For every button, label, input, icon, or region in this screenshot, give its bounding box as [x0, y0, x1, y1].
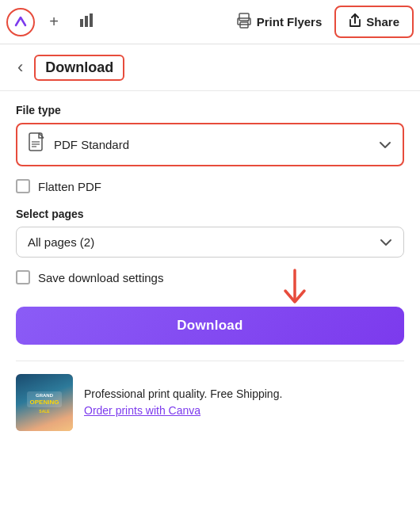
- promo-section: GRAND OPENING SALE Professional print qu…: [16, 371, 404, 434]
- download-panel: ‹ Download File type P: [0, 44, 420, 447]
- promo-thumbnail: GRAND OPENING SALE: [16, 374, 73, 431]
- logo-icon: [6, 8, 35, 36]
- svg-rect-1: [85, 16, 88, 27]
- file-type-label: File type: [16, 104, 404, 116]
- add-icon: +: [49, 13, 59, 31]
- flyer-opening-text: OPENING: [30, 399, 59, 406]
- share-label: Share: [366, 15, 399, 29]
- download-area: Download: [16, 307, 404, 345]
- print-flyers-label: Print Flyers: [257, 15, 323, 29]
- promo-description: Professional print quality. Free Shippin…: [84, 387, 404, 400]
- pages-chevron-icon: [380, 235, 392, 249]
- svg-rect-2: [90, 13, 93, 27]
- logo-button[interactable]: [6, 8, 35, 36]
- save-settings-checkbox[interactable]: [16, 270, 30, 284]
- chart-icon: [79, 13, 95, 31]
- save-settings-row: Save download settings: [16, 270, 404, 284]
- pages-select-value: All pages (2): [28, 235, 94, 249]
- pdf-icon: [29, 132, 46, 157]
- promo-text: Professional print quality. Free Shippin…: [84, 387, 404, 418]
- chart-button[interactable]: [73, 8, 101, 36]
- select-pages-label: Select pages: [16, 208, 404, 220]
- svg-point-6: [247, 21, 249, 22]
- back-button[interactable]: ‹: [13, 54, 28, 81]
- topbar-left: +: [6, 8, 223, 36]
- flatten-pdf-row: Flatten PDF: [16, 179, 404, 193]
- promo-order-link[interactable]: Order prints with Canva: [84, 404, 200, 417]
- print-flyers-icon: [236, 13, 252, 31]
- share-icon: [349, 13, 361, 30]
- save-settings-label: Save download settings: [38, 271, 163, 284]
- download-title: Download: [34, 55, 124, 81]
- flatten-pdf-label: Flatten PDF: [38, 180, 101, 193]
- panel-body: File type PDF Standard: [0, 91, 420, 447]
- add-button[interactable]: +: [40, 8, 68, 36]
- flyer-grand-text: GRAND: [30, 393, 59, 399]
- share-button[interactable]: Share: [334, 6, 414, 38]
- pages-dropdown[interactable]: All pages (2): [16, 227, 404, 258]
- file-type-value: PDF Standard: [54, 138, 129, 151]
- flyer-mini-preview: GRAND OPENING SALE: [16, 374, 73, 431]
- file-type-dropdown[interactable]: PDF Standard: [16, 123, 404, 166]
- print-flyers-button[interactable]: Print Flyers: [227, 8, 332, 36]
- topbar: + Print Flyers: [0, 0, 420, 44]
- flyer-subtitle: SALE: [39, 409, 49, 414]
- file-type-chevron-icon: [379, 138, 391, 152]
- panel-header: ‹ Download: [0, 44, 420, 91]
- svg-rect-0: [80, 19, 83, 27]
- download-button[interactable]: Download: [16, 307, 404, 345]
- flatten-pdf-checkbox[interactable]: [16, 179, 30, 193]
- file-type-select-inner: PDF Standard: [29, 132, 371, 157]
- svg-rect-3: [239, 13, 249, 21]
- back-icon: ‹: [17, 57, 23, 78]
- separator: [16, 361, 404, 361]
- arrow-down-icon: [281, 269, 309, 315]
